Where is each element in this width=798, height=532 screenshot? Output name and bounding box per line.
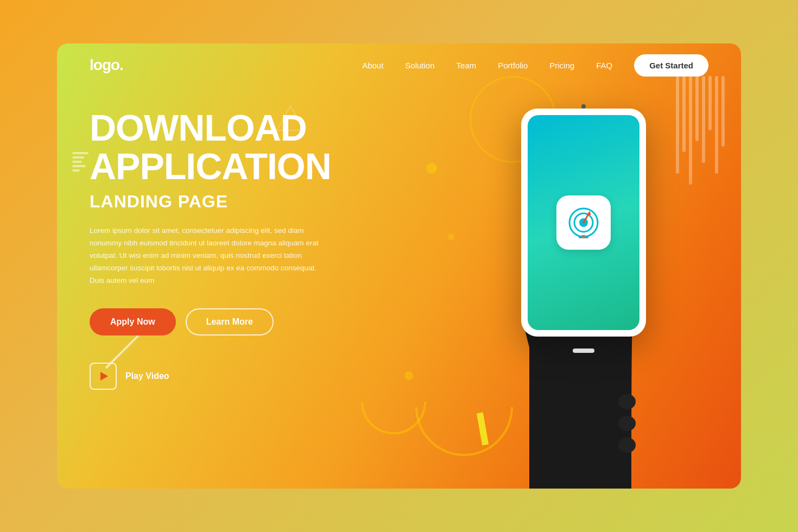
nav-item-about[interactable]: About (362, 61, 383, 70)
svg-point-10 (618, 438, 636, 453)
hand-container (480, 98, 687, 489)
bar-4 (72, 165, 86, 167)
bar-2 (72, 156, 84, 159)
phone-home-button (573, 349, 594, 353)
phone-camera (581, 104, 586, 109)
v-line-5 (702, 76, 705, 163)
nav-item-portfolio[interactable]: Portfolio (498, 61, 528, 70)
nav-item-pricing[interactable]: Pricing (549, 61, 574, 70)
deco-dot-3 (404, 371, 413, 380)
app-icon (556, 195, 611, 250)
hero-title: DOWNLOAD APPLICATION (90, 109, 394, 186)
v-line-7 (715, 76, 718, 174)
target-icon (568, 207, 599, 238)
learn-more-button[interactable]: Learn More (186, 308, 274, 335)
hero-description: Lorem ipsum dolor sit amet, consectetuer… (90, 225, 328, 287)
header: logo. About Solution Team Portfolio Pric… (57, 43, 741, 87)
get-started-button[interactable]: Get Started (634, 54, 708, 77)
hero-title-line2: APPLICATION (90, 145, 331, 187)
apply-now-button[interactable]: Apply Now (90, 308, 176, 335)
bar-3 (72, 161, 82, 163)
nav-item-faq[interactable]: FAQ (596, 61, 612, 70)
deco-dot-1 (426, 163, 437, 174)
hero-subtitle: LANDING PAGE (90, 192, 394, 212)
left-decoration-bars (72, 152, 88, 172)
landing-page: logo. About Solution Team Portfolio Pric… (57, 43, 741, 489)
navigation: About Solution Team Portfolio Pricing FA… (362, 54, 708, 77)
hero-content: DOWNLOAD APPLICATION LANDING PAGE Lorem … (90, 109, 394, 390)
logo: logo. (90, 56, 123, 74)
svg-point-9 (618, 416, 636, 431)
play-triangle-icon (100, 372, 108, 381)
bar-1 (72, 152, 88, 154)
nav-item-solution[interactable]: Solution (405, 61, 434, 70)
hero-buttons: Apply Now Learn More (90, 308, 394, 335)
play-video-label: Play Video (125, 371, 169, 381)
svg-rect-7 (579, 237, 588, 238)
bar-5 (72, 169, 80, 172)
hero-title-line1: DOWNLOAD (90, 107, 307, 148)
deco-dot-2 (448, 233, 454, 240)
play-icon-box (90, 363, 117, 390)
phone-screen (528, 115, 639, 330)
nav-item-team[interactable]: Team (457, 61, 477, 70)
phone-mockup (521, 109, 646, 337)
play-video-button[interactable]: Play Video (90, 363, 394, 390)
svg-point-8 (618, 394, 636, 409)
phone-mockup-area (470, 71, 698, 489)
